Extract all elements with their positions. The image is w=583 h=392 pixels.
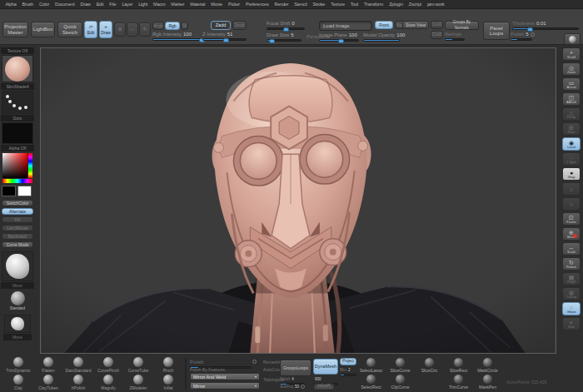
menu-item[interactable]: File [107,2,119,7]
switch-color-button[interactable]: SwitchColor [2,200,33,206]
menu-item[interactable]: Render [272,2,292,7]
brush-button[interactable]: Pinch [153,357,183,374]
right-shelf-button[interactable]: ⊡ Frame [562,212,581,226]
brush-button[interactable]: ZModeler [123,375,153,391]
max-angle-slider[interactable]: MaxAngle [445,32,465,41]
mirror-and-weld-dropdown[interactable]: Mirror And Weld▾ [190,373,260,380]
menu-item[interactable]: Stencil [292,2,310,7]
stroke-thumbnail[interactable] [2,91,33,114]
polish-circle-toggle[interactable] [252,360,257,364]
menu-item[interactable]: Draw [77,2,93,7]
right-shelf-button[interactable]: ● Gray [562,167,581,181]
groups-loops-button[interactable]: GroupsLoops [280,360,311,376]
alpha-thumbnail[interactable] [2,122,33,144]
z-intensity-slider[interactable]: Z Intensity51 [202,32,247,41]
saturation-square[interactable] [2,153,27,178]
tool-big-thumbnail[interactable] [2,251,33,281]
mirror-dropdown[interactable]: Mirror▾ [190,382,260,390]
menu-item[interactable]: Texture [328,2,348,7]
front-button[interactable]: Front [375,21,393,29]
subproj-slider[interactable]: SubProj50 [280,384,306,390]
groups-by-normals-button[interactable]: Groups By Normals [445,21,479,30]
menu-item[interactable]: Zplugin [386,2,406,7]
select-tool-button[interactable]: MaskPen [473,375,502,390]
hue-strip-bottom[interactable] [2,179,32,183]
project-button[interactable]: Project [340,358,356,365]
right-shelf-button[interactable]: ◍ Transp [562,287,581,300]
brush-button[interactable]: hPolish [63,375,93,391]
main-color-swatch[interactable] [2,186,16,196]
backtrack-button[interactable]: Backtrack [2,233,33,240]
image-plane-slider[interactable]: Image Plane100 [319,32,359,42]
select-tool-button[interactable]: SelectLasso [356,358,386,373]
menu-item[interactable]: Zscript [406,2,424,7]
brush-button[interactable]: Flatten [33,357,63,374]
right-shelf-button[interactable]: ⊞ Floor [562,122,581,136]
menu-item[interactable]: Brush [19,2,36,7]
draw-button[interactable]: +Draw [99,21,112,38]
right-shelf-button[interactable]: ◐ Solo [562,317,581,330]
matcap-top-button[interactable] [564,33,581,45]
sculpt-viewport[interactable] [40,47,556,354]
select-tool-button[interactable]: MaskCircle [473,358,502,373]
thickness-slider[interactable]: Thickness0.01 [512,21,579,30]
menu-item[interactable]: Movie [208,2,226,7]
move-button[interactable]: ⊕ [114,22,126,37]
menu-item[interactable]: Preferences [243,2,272,7]
projection-master-button[interactable]: Projection Master [2,22,28,37]
brush-button[interactable]: TrimDynamic [3,357,33,374]
right-shelf-button[interactable]: ○ [562,197,581,211]
right-shelf-button[interactable]: ↻ Rotate [562,257,581,270]
rgb-button[interactable]: Rgb [165,22,180,30]
brush-button[interactable]: DamStandard [63,357,93,374]
zsub-button[interactable]: Zsub [232,21,247,30]
brush-button[interactable]: Magnify [93,375,123,391]
brush-button[interactable]: CurveTube [123,357,153,374]
fill-button[interactable]: Fill [2,216,33,223]
menu-item[interactable]: Alpha [2,2,19,7]
blur-slider[interactable]: Blur2 [340,367,356,376]
brush-button[interactable]: CurvePinch [93,357,123,374]
standard-brush-button[interactable]: Standard [8,291,27,310]
menu-item[interactable]: Transform [361,2,386,7]
select-tool-button[interactable]: TrimCurve [444,375,473,390]
cust1-button[interactable]: Cust1 [431,21,443,29]
menu-item[interactable]: Document [52,2,77,7]
m-button[interactable]: M [181,22,188,30]
menu-item[interactable]: Stroke [310,2,328,7]
right-shelf-button[interactable]: ↔ Scale [562,242,581,256]
alternate-button[interactable]: Alternate [2,208,33,215]
subproj-circle-toggle[interactable] [301,385,305,389]
right-shelf-button[interactable]: ▭ Actual [562,77,581,91]
menu-item[interactable]: Edit [93,2,107,7]
hue-strip-right[interactable] [28,153,32,178]
right-shelf-button[interactable]: ◎ Zoom [562,62,581,76]
right-shelf-button[interactable]: △ Persp [562,107,581,121]
select-tool-button[interactable]: SelectRect [356,375,386,390]
ingropt-field[interactable]: InGroPt [313,383,335,390]
brush-button[interactable]: Inflat [153,375,183,391]
right-shelf-button[interactable]: ∴ L.Sym [562,152,581,166]
brush-button[interactable]: Clay [3,375,33,391]
lazymouse-button[interactable]: LazyMouse [2,225,33,231]
rotate-button[interactable]: ↻ [139,22,151,37]
focal-shift-slider[interactable]: Focal Shift0 [267,21,305,30]
draw-size-slider[interactable]: Draw Size5 [267,32,301,42]
polish-by-features-toggle[interactable]: Polish By Features [190,367,225,373]
menu-item[interactable]: Tool [347,2,361,7]
right-shelf-button[interactable]: ○ [562,182,581,196]
model-opacity-slider[interactable]: Model Opacity100 [363,32,400,42]
menu-item[interactable]: Picker [225,2,242,7]
edit-button[interactable]: ▱Edit [84,21,97,38]
right-shelf-button[interactable]: ◉ Local [562,137,581,151]
curve-mode-button[interactable]: Curve Mode [2,241,33,248]
panel-loops-button[interactable]: Panel Loops [483,22,510,40]
zadd-button[interactable]: Zadd [211,21,231,30]
right-shelf-button[interactable]: ▦ PolyF [562,272,581,285]
material-thumbnail[interactable] [2,55,33,82]
quick-sketch-button[interactable]: Quick Sketch [57,22,82,37]
menu-item[interactable]: jam-work [424,2,447,7]
select-tool-button[interactable]: SliceCurve [386,358,415,373]
cust2-button[interactable]: Cust2 [431,31,443,39]
scale-button[interactable]: ↔ [127,22,138,37]
